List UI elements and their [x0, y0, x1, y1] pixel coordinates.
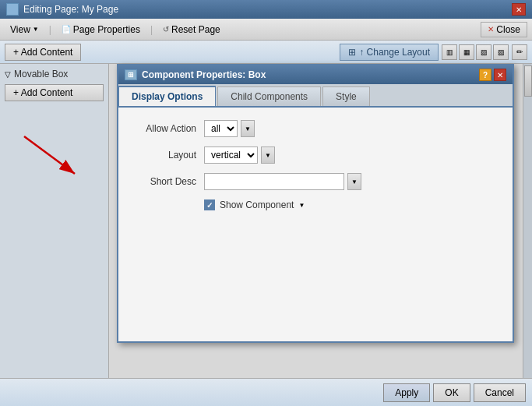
layout-icon-4[interactable]: ▨ [493, 44, 509, 60]
menu-bar-left: View ▼ | 📄 Page Properties | ↺ Reset Pag… [5, 22, 226, 37]
change-layout-label: ↑ Change Layout [359, 47, 430, 58]
show-component-dropdown-icon[interactable]: ▼ [298, 202, 305, 209]
reset-page-label: Reset Page [171, 24, 220, 35]
add-content-left-btn[interactable]: + Add Content [5, 84, 104, 101]
arrow-indicator [9, 129, 86, 191]
title-bar: Editing Page: My Page ✕ [0, 0, 532, 19]
dialog-title-text: Component Properties: Box [142, 69, 266, 80]
allow-action-controls: all ▼ [204, 120, 255, 137]
apply-btn[interactable]: Apply [383, 383, 430, 402]
layout-icon-1[interactable]: ▥ [442, 44, 457, 60]
layout-row: Layout vertical ▼ [134, 147, 497, 164]
app-icon [6, 3, 19, 16]
layout-arrow-btn[interactable]: ▼ [261, 147, 275, 164]
dialog-component-icon: ⊞ [125, 69, 137, 80]
menu-bar: View ▼ | 📄 Page Properties | ↺ Reset Pag… [0, 19, 532, 41]
view-menu-btn[interactable]: View ▼ [5, 22, 44, 37]
dialog-close-btn[interactable]: ✕ [494, 69, 506, 81]
short-desc-label: Short Desc [134, 176, 196, 187]
add-content-left-label: + Add Content [13, 87, 72, 98]
tab-style-label: Style [336, 91, 357, 102]
layout-controls: vertical ▼ [204, 147, 275, 164]
tab-child-components[interactable]: Child Components [217, 86, 321, 106]
dialog-title-left: ⊞ Component Properties: Box [125, 69, 266, 80]
dialog-help-btn[interactable]: ? [479, 69, 491, 81]
view-label: View [10, 24, 30, 35]
ok-btn[interactable]: OK [433, 383, 470, 402]
layout-label: Layout [134, 150, 196, 161]
layout-icon-2[interactable]: ▦ [459, 44, 474, 60]
allow-action-row: Allow Action all ▼ [134, 120, 497, 137]
editing-label: Editing Page: [23, 4, 79, 15]
cancel-btn[interactable]: Cancel [474, 383, 526, 402]
add-content-top-label: + Add Content [13, 47, 72, 58]
allow-action-label: Allow Action [134, 123, 196, 134]
scrollbar-thumb[interactable] [524, 65, 532, 97]
layout-icon-3[interactable]: ▧ [476, 44, 491, 60]
page-name: My Page [82, 4, 118, 15]
layout-icon: ⊞ [348, 47, 356, 58]
tab-display-options-label: Display Options [132, 91, 203, 102]
dialog-area: ⊞ Component Properties: Box ? ✕ Display … [109, 64, 532, 378]
ok-label: OK [445, 387, 458, 398]
component-properties-dialog: ⊞ Component Properties: Box ? ✕ Display … [117, 64, 514, 343]
show-component-label: Show Component [220, 199, 294, 210]
allow-action-arrow-btn[interactable]: ▼ [241, 120, 255, 137]
close-menu-btn[interactable]: ✕ Close [481, 22, 527, 37]
show-component-checkbox[interactable] [204, 199, 215, 210]
layout-icons: ▥ ▦ ▧ ▨ [442, 44, 509, 60]
short-desc-input[interactable] [204, 173, 344, 190]
movable-box-header: ▽ Movable Box [5, 69, 104, 79]
short-desc-controls: ▼ [204, 173, 361, 190]
layout-select[interactable]: vertical [204, 147, 258, 164]
title-bar-close-btn[interactable]: ✕ [512, 3, 526, 16]
toolbar: + Add Content ⊞ ↑ Change Layout ▥ ▦ ▧ ▨ … [0, 41, 532, 64]
title-bar-text: Editing Page: My Page [23, 4, 118, 15]
add-content-top-btn[interactable]: + Add Content [5, 44, 81, 61]
change-layout-btn[interactable]: ⊞ ↑ Change Layout [340, 44, 439, 61]
tab-display-options[interactable]: Display Options [118, 86, 216, 106]
short-desc-row: Short Desc ▼ [134, 173, 497, 190]
left-panel: ▽ Movable Box + Add Content [0, 64, 109, 378]
tab-style[interactable]: Style [322, 86, 370, 106]
show-component-row: Show Component ▼ [204, 199, 497, 210]
dialog-tabs: Display Options Child Components Style [118, 84, 513, 108]
view-arrow-icon: ▼ [33, 26, 39, 33]
dialog-title-bar: ⊞ Component Properties: Box ? ✕ [118, 65, 513, 84]
reset-page-btn[interactable]: ↺ Reset Page [157, 22, 226, 37]
tab-child-components-label: Child Components [231, 91, 308, 102]
apply-label: Apply [395, 387, 418, 398]
allow-action-select[interactable]: all [204, 120, 238, 137]
svg-line-1 [24, 136, 75, 174]
short-desc-arrow-btn[interactable]: ▼ [347, 173, 361, 190]
bottom-bar: Apply OK Cancel [0, 378, 532, 406]
page-properties-label: Page Properties [73, 24, 140, 35]
edit-icon[interactable]: ✏ [512, 44, 527, 60]
dialog-title-right: ? ✕ [479, 69, 506, 81]
movable-box-label: Movable Box [14, 69, 68, 79]
main-area: ▽ Movable Box + Add Content [0, 64, 532, 378]
page-properties-btn[interactable]: 📄 Page Properties [56, 22, 146, 37]
scrollbar[interactable] [523, 64, 532, 378]
close-menu-label: Close [496, 24, 520, 35]
expand-icon[interactable]: ▽ [5, 70, 11, 79]
dialog-content: Allow Action all ▼ Layout vertical [118, 108, 513, 341]
title-bar-left: Editing Page: My Page [6, 3, 118, 16]
cancel-label: Cancel [485, 387, 514, 398]
